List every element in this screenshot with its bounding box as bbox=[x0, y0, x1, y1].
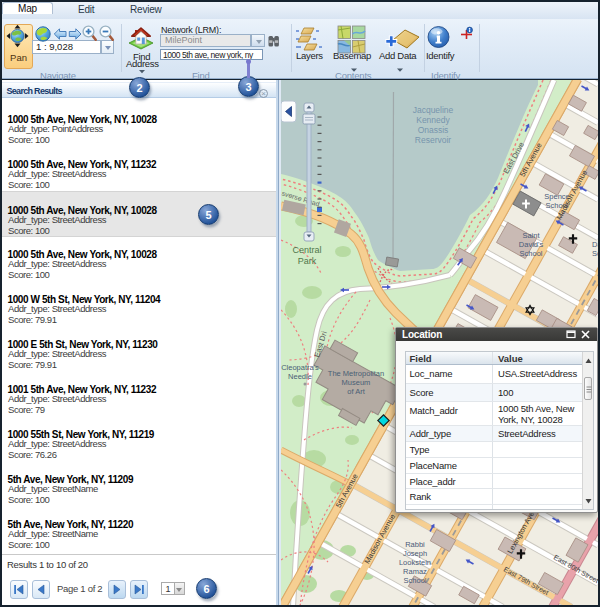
svg-text:Central: Central bbox=[292, 245, 321, 255]
svg-text:Jacqueline: Jacqueline bbox=[413, 105, 454, 115]
svg-text:Saint: Saint bbox=[522, 231, 540, 240]
svg-text:The Metropolitan: The Metropolitan bbox=[328, 369, 384, 378]
svg-text:Da: Da bbox=[592, 240, 598, 249]
svg-text:Needle: Needle bbox=[288, 372, 312, 381]
svg-text:School: School bbox=[520, 249, 543, 258]
svg-text:Onassis: Onassis bbox=[418, 125, 449, 135]
svg-text:Rabbi: Rabbi bbox=[405, 540, 425, 549]
svg-text:of Art: of Art bbox=[347, 387, 365, 396]
svg-text:Ramaz: Ramaz bbox=[403, 567, 427, 576]
svg-text:Sc: Sc bbox=[592, 249, 598, 258]
svg-text:Cleopatra's: Cleopatra's bbox=[281, 363, 319, 372]
svg-text:Park: Park bbox=[298, 256, 317, 266]
svg-text:Kennedy: Kennedy bbox=[416, 115, 450, 125]
svg-text:School: School bbox=[404, 576, 427, 585]
svg-text:Joseph: Joseph bbox=[403, 549, 427, 558]
svg-text:Lookstein: Lookstein bbox=[399, 558, 431, 567]
svg-text:David's: David's bbox=[519, 240, 544, 249]
svg-text:Museum: Museum bbox=[342, 378, 371, 387]
svg-text:Reservoir: Reservoir bbox=[415, 135, 452, 145]
